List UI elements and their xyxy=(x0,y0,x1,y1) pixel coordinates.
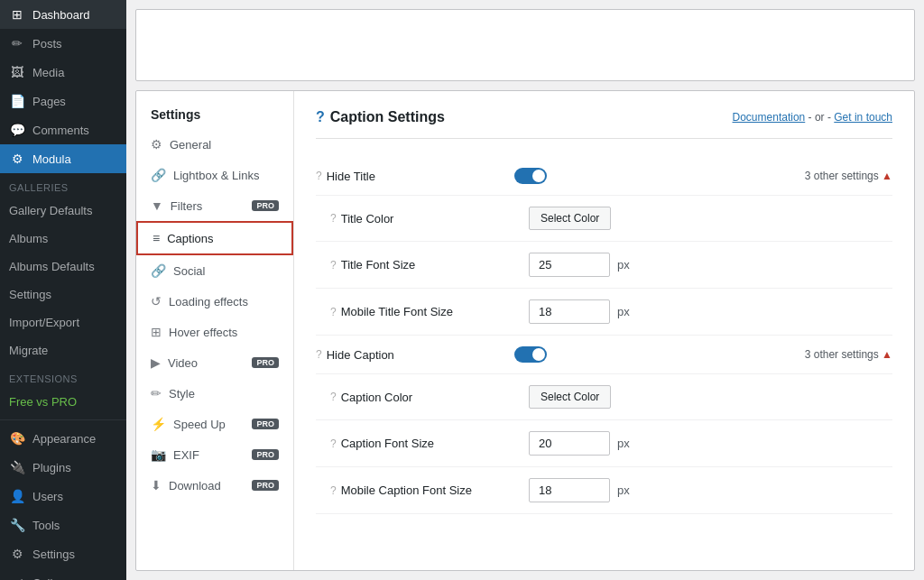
mobile-caption-font-size-label: ? Mobile Caption Font Size xyxy=(330,483,529,497)
sub-item-social[interactable]: 🔗 Social xyxy=(136,255,293,286)
collapse-icon: ◀ xyxy=(9,575,25,580)
panel-title: ? Caption Settings xyxy=(316,109,445,125)
hide-caption-row: ? Hide Caption 3 other settings ▲ xyxy=(316,336,892,374)
sidebar-item-free-vs-pro[interactable]: Free vs PRO xyxy=(0,388,126,416)
hide-caption-toggle[interactable] xyxy=(514,346,547,363)
mobile-title-font-size-input[interactable] xyxy=(529,299,610,324)
sidebar-item-pages[interactable]: 📄 Pages xyxy=(0,87,126,115)
sidebar-item-media[interactable]: 🖼 Media xyxy=(0,58,126,87)
dashboard-icon: ⊞ xyxy=(9,7,25,22)
sub-item-hover-effects[interactable]: ⊞ Hover effects xyxy=(136,317,293,347)
mobile-title-font-size-label: ? Mobile Title Font Size xyxy=(330,305,529,318)
title-font-size-label: ? Title Font Size xyxy=(330,258,529,272)
get-in-touch-link[interactable]: Get in touch xyxy=(834,111,892,124)
sidebar: ⊞ Dashboard ✏ Posts 🖼 Media 📄 Pages 💬 Co… xyxy=(0,0,126,580)
title-font-size-control: px xyxy=(529,253,892,277)
sub-item-general[interactable]: ⚙ General xyxy=(136,129,293,160)
sub-item-exif[interactable]: 📷 EXIF PRO xyxy=(136,439,293,470)
main-panel: ? Caption Settings Documentation - or - … xyxy=(294,91,914,570)
settings-panel-title: Settings xyxy=(136,98,293,129)
settings2-icon: ⚙ xyxy=(9,547,25,561)
caption-font-size-unit: px xyxy=(617,437,630,450)
mobile-caption-font-size-input[interactable] xyxy=(529,478,610,502)
sidebar-divider xyxy=(0,419,126,420)
modula-icon: ⚙ xyxy=(9,152,25,166)
posts-icon: ✏ xyxy=(9,36,25,51)
caption-font-size-label: ? Caption Font Size xyxy=(330,437,529,450)
sub-item-filters[interactable]: ▼ Filters PRO xyxy=(136,190,293,221)
mobile-caption-font-size-row: ? Mobile Caption Font Size px xyxy=(316,467,892,514)
hide-title-toggle[interactable] xyxy=(514,168,547,184)
hide-caption-other-settings[interactable]: 3 other settings ▲ xyxy=(805,348,892,361)
lightbox-icon: 🔗 xyxy=(151,168,166,182)
caption-font-size-control: px xyxy=(529,431,892,456)
settings-card: Settings ⚙ General 🔗 Lightbox & Links ▼ … xyxy=(135,90,915,571)
content-wrapper: Settings ⚙ General 🔗 Lightbox & Links ▼ … xyxy=(135,90,915,571)
title-color-row: ? Title Color Select Color xyxy=(316,196,892,242)
sub-item-style[interactable]: ✏ Style xyxy=(136,378,293,409)
loading-effects-icon: ↺ xyxy=(151,294,162,308)
title-font-size-help-icon[interactable]: ? xyxy=(330,259,337,272)
hide-title-help-icon[interactable]: ? xyxy=(316,170,322,182)
title-color-button[interactable]: Select Color xyxy=(529,207,611,230)
sidebar-item-modula[interactable]: ⚙ Modula xyxy=(0,144,126,173)
mobile-caption-font-size-help-icon[interactable]: ? xyxy=(330,484,337,497)
sub-item-download[interactable]: ⬇ Download PRO xyxy=(136,470,293,501)
hide-title-other-settings[interactable]: 3 other settings ▲ xyxy=(805,170,892,182)
sidebar-item-import-export[interactable]: Import/Export xyxy=(0,308,126,336)
sidebar-item-dashboard[interactable]: ⊞ Dashboard xyxy=(0,0,126,29)
sub-item-captions[interactable]: ≡ Captions xyxy=(136,221,293,255)
video-pro-badge: PRO xyxy=(252,357,279,368)
title-font-size-input[interactable] xyxy=(529,253,610,277)
documentation-link[interactable]: Documentation xyxy=(733,111,806,124)
speed-up-icon: ⚡ xyxy=(151,417,166,431)
panel-links: Documentation - or - Get in touch xyxy=(733,111,892,124)
title-color-help-icon[interactable]: ? xyxy=(330,212,337,225)
hide-title-label: ? Hide Title xyxy=(316,170,514,183)
style-icon: ✏ xyxy=(151,386,162,400)
sidebar-item-comments[interactable]: 💬 Comments xyxy=(0,115,126,144)
video-icon: ▶ xyxy=(151,355,161,370)
general-icon: ⚙ xyxy=(151,137,162,152)
filters-pro-badge: PRO xyxy=(252,200,279,211)
caption-color-help-icon[interactable]: ? xyxy=(330,391,337,403)
caption-color-button[interactable]: Select Color xyxy=(529,385,611,409)
exif-icon: 📷 xyxy=(151,447,166,462)
caption-color-row: ? Caption Color Select Color xyxy=(316,374,892,420)
sidebar-item-users[interactable]: 👤 Users xyxy=(0,482,126,511)
sidebar-item-tools[interactable]: 🔧 Tools xyxy=(0,511,126,539)
title-color-label: ? Title Color xyxy=(330,212,529,226)
hide-caption-help-icon[interactable]: ? xyxy=(316,348,322,361)
caption-font-size-input[interactable] xyxy=(529,431,610,456)
sidebar-item-collapse[interactable]: ◀ Collapse menu xyxy=(0,568,126,580)
sub-item-video[interactable]: ▶ Video PRO xyxy=(136,347,293,378)
speed-up-pro-badge: PRO xyxy=(252,419,279,429)
caption-font-size-row: ? Caption Font Size px xyxy=(316,420,892,467)
sidebar-item-plugins[interactable]: 🔌 Plugins xyxy=(0,453,126,482)
mobile-title-font-size-control: px xyxy=(529,299,892,324)
sidebar-item-albums-defaults[interactable]: Albums Defaults xyxy=(0,253,126,281)
sub-item-loading-effects[interactable]: ↺ Loading effects xyxy=(136,286,293,317)
extensions-section-label: Extensions xyxy=(0,364,126,388)
sub-item-speed-up[interactable]: ⚡ Speed Up PRO xyxy=(136,409,293,439)
sidebar-item-posts[interactable]: ✏ Posts xyxy=(0,29,126,58)
tools-icon: 🔧 xyxy=(9,518,25,532)
caption-font-size-help-icon[interactable]: ? xyxy=(330,437,337,450)
sidebar-item-albums[interactable]: Albums xyxy=(0,225,126,253)
sidebar-item-migrate[interactable]: Migrate xyxy=(0,336,126,364)
sidebar-item-gallery-defaults[interactable]: Gallery Defaults xyxy=(0,197,126,225)
sidebar-item-settings2[interactable]: ⚙ Settings xyxy=(0,539,126,568)
social-icon: 🔗 xyxy=(151,263,166,278)
download-pro-badge: PRO xyxy=(252,480,279,491)
hide-caption-control xyxy=(514,346,805,363)
sidebar-item-settings[interactable]: Settings xyxy=(0,281,126,308)
sub-sidebar: Settings ⚙ General 🔗 Lightbox & Links ▼ … xyxy=(136,91,294,570)
main-area: Settings ⚙ General 🔗 Lightbox & Links ▼ … xyxy=(126,0,924,580)
download-icon: ⬇ xyxy=(151,478,162,493)
sub-item-lightbox[interactable]: 🔗 Lightbox & Links xyxy=(136,160,293,190)
pages-icon: 📄 xyxy=(9,94,25,108)
mobile-title-font-size-help-icon[interactable]: ? xyxy=(330,306,337,318)
title-font-size-unit: px xyxy=(617,258,630,272)
hide-caption-label: ? Hide Caption xyxy=(316,348,514,362)
sidebar-item-appearance[interactable]: 🎨 Appearance xyxy=(0,424,126,453)
